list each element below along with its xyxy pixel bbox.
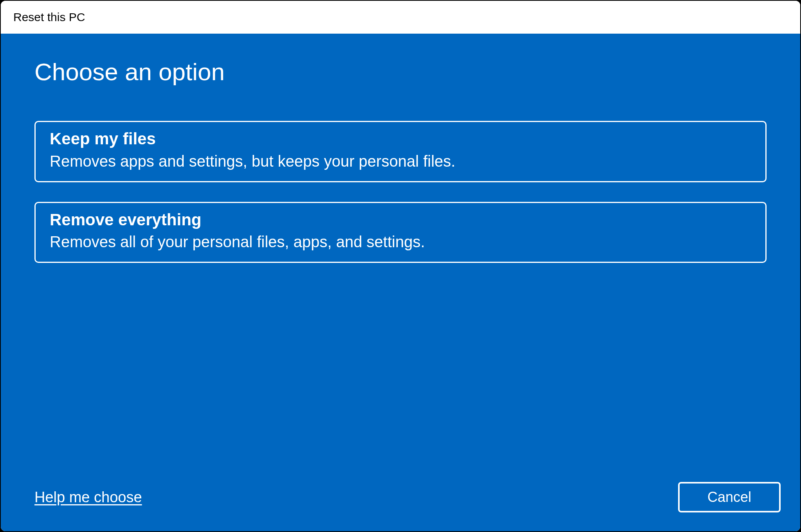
option-title: Remove everything bbox=[50, 209, 751, 231]
option-description: Removes apps and settings, but keeps you… bbox=[50, 151, 751, 172]
option-description: Removes all of your personal files, apps… bbox=[50, 231, 751, 252]
dialog-footer: Help me choose Cancel bbox=[34, 482, 781, 512]
page-title: Choose an option bbox=[34, 58, 767, 86]
cancel-button[interactable]: Cancel bbox=[678, 482, 781, 512]
dialog-content: Choose an option Keep my files Removes a… bbox=[1, 34, 800, 531]
window-title: Reset this PC bbox=[13, 11, 85, 24]
option-list: Keep my files Removes apps and settings,… bbox=[34, 121, 767, 263]
window-title-bar: Reset this PC bbox=[1, 1, 800, 34]
reset-pc-dialog: Reset this PC Choose an option Keep my f… bbox=[0, 0, 801, 532]
option-title: Keep my files bbox=[50, 128, 751, 150]
option-remove-everything[interactable]: Remove everything Removes all of your pe… bbox=[34, 202, 767, 263]
help-me-choose-link[interactable]: Help me choose bbox=[34, 489, 142, 506]
option-keep-my-files[interactable]: Keep my files Removes apps and settings,… bbox=[34, 121, 767, 182]
